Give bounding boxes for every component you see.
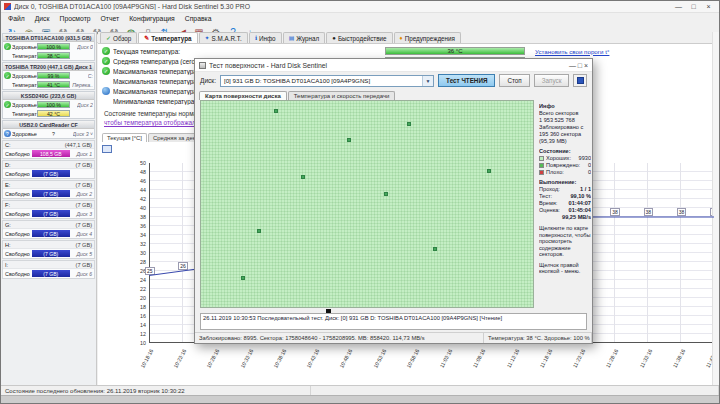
state-color-swatch bbox=[539, 156, 544, 161]
volume-E[interactable]: E:(7 GB)Свободно(7 GB)Диск 2 bbox=[2, 180, 95, 199]
menu-item-2[interactable]: Просмотр bbox=[55, 15, 96, 22]
volume-G[interactable]: G:(7 GB)Свободно(7 GB)Диск 4 bbox=[2, 220, 95, 239]
progress-rows: Проход:1 / 1Тест:99,10 %Время:01:44:07Оц… bbox=[539, 186, 591, 221]
tab-label: Предупреждения bbox=[405, 35, 455, 42]
tested-block-spot bbox=[433, 247, 437, 251]
test-read-button[interactable]: Тест ЧТЕНИЯ bbox=[438, 74, 495, 87]
menu-item-4[interactable]: Конфигурация bbox=[124, 15, 180, 22]
info-line: Всего секторов bbox=[539, 110, 591, 117]
volume-F[interactable]: F:(7 GB)Свободно(7 GB)Диск 3 bbox=[2, 200, 95, 219]
tab-4[interactable]: ▤Журнал bbox=[283, 32, 326, 43]
hard-disk-sentinel-window: Диск 0, TOSHIBA DT01ACA100 [09A4P9GNS] -… bbox=[0, 0, 720, 404]
y-axis-tick-label: 36 bbox=[130, 223, 146, 229]
spacer-icon bbox=[102, 97, 110, 105]
maximize-button[interactable]: □ bbox=[686, 1, 701, 12]
spacer-icon bbox=[102, 77, 110, 85]
menu-item-3[interactable]: Отчет bbox=[96, 15, 125, 22]
dialog-controls: — □ × bbox=[569, 62, 588, 69]
volume-row: Свободно(7 GB)Диск 2 bbox=[3, 189, 94, 198]
stop-button[interactable]: Стоп bbox=[499, 74, 529, 87]
disk-row-label: Здоровье bbox=[12, 73, 37, 79]
main-tabs: ✓Обзор✎Температура✦S.M.A.R.T.ℹИнфо▤Журна… bbox=[98, 32, 719, 44]
y-axis-tick-label: 44 bbox=[130, 187, 146, 193]
minimize-button[interactable]: — bbox=[671, 1, 686, 12]
subtab-0[interactable]: Текущая [°C] bbox=[102, 133, 147, 142]
tab-6[interactable]: ♦Предупреждения bbox=[394, 32, 461, 43]
volume-letter: H: bbox=[5, 242, 11, 248]
save-icon[interactable] bbox=[573, 74, 587, 87]
dialog-close-button[interactable]: × bbox=[584, 62, 588, 69]
volume-disk-right: Диск 3 bbox=[76, 211, 92, 217]
tab-3[interactable]: ℹИнфо bbox=[249, 32, 282, 43]
check-icon: ✓ bbox=[102, 57, 110, 65]
volume-header: F:(7 GB) bbox=[3, 201, 94, 209]
free-space-bar: (7 GB) bbox=[32, 230, 70, 237]
volume-size: (447,1 GB) bbox=[65, 142, 92, 148]
dialog-minimize-button[interactable]: — bbox=[569, 62, 576, 69]
check-icon bbox=[4, 110, 11, 117]
disk-row-label: Температура bbox=[12, 53, 37, 59]
tab-5[interactable]: ●Быстродействие bbox=[326, 32, 392, 43]
Инфо-tab-icon: ℹ bbox=[255, 35, 257, 41]
tab-label: Обзор bbox=[113, 35, 131, 42]
menu-item-5[interactable]: Справка bbox=[180, 15, 217, 22]
surface-test-dialog: Тест поверхности - Hard Disk Sentinel — … bbox=[194, 58, 593, 344]
y-axis-tick-label: 16 bbox=[130, 313, 146, 319]
y-axis-tick-label: 42 bbox=[130, 196, 146, 202]
free-label: Свободно bbox=[5, 151, 30, 157]
volume-D[interactable]: D:(7 GB)Свободно(7 GB) bbox=[2, 160, 95, 179]
volume-H[interactable]: H:(7 GB)Свободно(7 GB)Диск 5 bbox=[2, 240, 95, 259]
set-threshold-link[interactable]: Установить свои пороги t° bbox=[535, 48, 609, 55]
surface-map[interactable] bbox=[200, 100, 534, 308]
disk-card-1[interactable]: TOSHIBA TR200 (447,1 GB) Диск 1✓Здоровье… bbox=[2, 62, 95, 90]
menu-item-1[interactable]: Диск bbox=[30, 15, 55, 22]
close-button[interactable]: × bbox=[701, 1, 716, 12]
volume-disk-right: Диск 5 bbox=[76, 251, 92, 257]
disk-card-3[interactable]: USB2.0 CardReader CF?Здоровье?Диск 3 ˅ bbox=[2, 120, 95, 139]
test-log: 26.11.2019 10:30:53 Последовательный тес… bbox=[200, 313, 587, 330]
disk-row-right: Диск 0 bbox=[77, 44, 93, 50]
dialog-status-bar: Заблокировано: 8995. Сектора: 1758048640… bbox=[195, 332, 592, 343]
disk-card-2[interactable]: KSSD240G (223,6 GB)✓Здоровье100 %Диск 2Т… bbox=[2, 91, 95, 119]
snapshot-icon[interactable] bbox=[102, 145, 112, 153]
free-space-bar: 108,5 GB bbox=[32, 150, 70, 157]
volume-header: E:(7 GB) bbox=[3, 181, 94, 189]
disk-card-row: Температура38 °C bbox=[3, 51, 94, 60]
volume-header: D:(7 GB) bbox=[3, 161, 94, 169]
progress-value: 1 / 1 bbox=[580, 186, 591, 193]
disk-row-label: Температура bbox=[12, 111, 37, 117]
tested-block-spot bbox=[384, 192, 388, 196]
menu-item-0[interactable]: Файл bbox=[3, 15, 30, 22]
tab-1[interactable]: ✎Температура bbox=[138, 32, 197, 43]
volume-row: Свободно(7 GB)Диск 6 bbox=[3, 269, 94, 278]
volume-disk-right: Диск 2 bbox=[76, 191, 92, 197]
free-space-bar: (7 GB) bbox=[32, 170, 70, 177]
state-label: Повреждено: bbox=[546, 162, 580, 169]
tab-0[interactable]: ✓Обзор bbox=[100, 32, 137, 43]
state-legend: Хороших:9930Повреждено:0Плохо:0 bbox=[539, 155, 591, 176]
dialog-maximize-button[interactable]: □ bbox=[578, 62, 582, 69]
y-axis-tick-label: 20 bbox=[130, 295, 146, 301]
tab-2[interactable]: ✦S.M.A.R.T. bbox=[199, 32, 248, 43]
disk-row-bar: 100 % bbox=[37, 101, 70, 108]
state-title: Состояние: bbox=[539, 148, 591, 154]
volume-size: (7 GB) bbox=[76, 262, 92, 268]
disk-select[interactable]: [0] 931 GB D: TOSHIBA DT01ACA100 [09A4P9… bbox=[220, 75, 434, 87]
free-label: Свободно bbox=[5, 271, 30, 277]
chevron-down-icon[interactable]: ▼ bbox=[422, 76, 433, 86]
tab-label: Журнал bbox=[296, 35, 319, 42]
disk-card-row: ✓Здоровье100 %Диск 2 bbox=[3, 100, 94, 109]
disk-card-0[interactable]: TOSHIBA DT01ACA100 (931,5 GB)✓Здоровье10… bbox=[2, 33, 95, 61]
check-icon: ✓ bbox=[4, 101, 11, 108]
dialog-tab-1[interactable]: Температура и скорость передачи bbox=[288, 91, 396, 100]
y-axis-tick-label: 34 bbox=[130, 232, 146, 238]
volume-I[interactable]: I:(7 GB)Свободно(7 GB)Диск 6 bbox=[2, 260, 95, 279]
tested-block-spot bbox=[487, 169, 491, 173]
disk-row-right: Перека.. bbox=[72, 82, 93, 88]
volume-C[interactable]: C:(447,1 GB)Свободно108,5 GBДиск 1 bbox=[2, 140, 95, 159]
y-axis-tick-label: 22 bbox=[130, 286, 146, 292]
dialog-tab-0[interactable]: Карта поверхности диска bbox=[199, 91, 287, 100]
free-space-bar: (7 GB) bbox=[32, 190, 70, 197]
disk-card-title: TOSHIBA DT01ACA100 (931,5 GB) bbox=[3, 34, 94, 42]
Обзор-tab-icon: ✓ bbox=[106, 35, 111, 41]
